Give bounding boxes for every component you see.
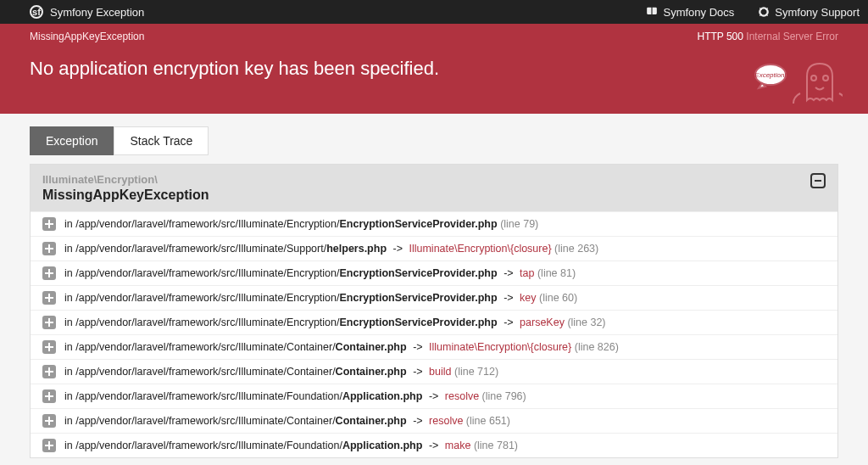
trace-text: in /app/vendor/laravel/framework/src/Ill… <box>64 292 577 304</box>
exception-class-label: MissingAppKeyException <box>30 31 144 42</box>
expand-row-button[interactable] <box>42 266 56 280</box>
expand-row-button[interactable] <box>42 291 56 305</box>
topbar: sf Symfony Exception Symfony Docs Symfon… <box>0 0 868 24</box>
plus-icon <box>45 417 53 425</box>
trace-text: in /app/vendor/laravel/framework/src/Ill… <box>64 218 538 230</box>
expand-row-button[interactable] <box>42 242 56 255</box>
plus-icon <box>45 367 53 376</box>
trace-row: in /app/vendor/laravel/framework/src/Ill… <box>31 285 837 310</box>
expand-row-button[interactable] <box>42 414 56 428</box>
trace-text: in /app/vendor/laravel/framework/src/Ill… <box>64 415 510 427</box>
expand-row-button[interactable] <box>42 340 56 354</box>
plus-icon <box>45 244 53 253</box>
collapse-button[interactable] <box>810 173 826 188</box>
docs-link-label: Symfony Docs <box>663 6 734 19</box>
exception-box-header: Illuminate\Encryption\ MissingAppKeyExce… <box>31 165 837 211</box>
trace-row: in /app/vendor/laravel/framework/src/Ill… <box>31 408 837 433</box>
http-status: HTTP 500 Internal Server Error <box>697 31 838 42</box>
trace-row: in /app/vendor/laravel/framework/src/Ill… <box>31 261 837 285</box>
svg-point-2 <box>823 76 828 81</box>
tab-row: Exception Stack Trace <box>0 114 868 155</box>
http-text: Internal Server Error <box>746 31 838 42</box>
trace-text: in /app/vendor/laravel/framework/src/Ill… <box>64 366 498 378</box>
trace-text: in /app/vendor/laravel/framework/src/Ill… <box>64 440 518 451</box>
lifebuoy-icon <box>758 6 770 18</box>
trace-row: in /app/vendor/laravel/framework/src/Ill… <box>31 334 837 359</box>
trace-row: in /app/vendor/laravel/framework/src/Ill… <box>31 310 837 334</box>
error-banner: MissingAppKeyException HTTP 500 Internal… <box>0 24 868 114</box>
trace-row: in /app/vendor/laravel/framework/src/Ill… <box>31 433 837 457</box>
exception-box: Illuminate\Encryption\ MissingAppKeyExce… <box>30 164 838 458</box>
support-link-label: Symfony Support <box>775 6 860 19</box>
exception-namespace: Illuminate\Encryption\ <box>42 173 209 186</box>
trace-row: in /app/vendor/laravel/framework/src/Ill… <box>31 211 837 236</box>
bubble-text: Exception! <box>754 71 787 79</box>
support-link[interactable]: Symfony Support <box>758 6 860 19</box>
plus-icon <box>45 318 53 327</box>
trace-row: in /app/vendor/laravel/framework/src/Ill… <box>31 384 837 408</box>
http-code: HTTP 500 <box>697 31 743 42</box>
expand-row-button[interactable] <box>42 217 56 231</box>
trace-row: in /app/vendor/laravel/framework/src/Ill… <box>31 359 837 384</box>
expand-row-button[interactable] <box>42 389 56 403</box>
book-icon <box>646 6 658 18</box>
trace-row: in /app/vendor/laravel/framework/src/Ill… <box>31 236 837 261</box>
tab-stack-trace[interactable]: Stack Trace <box>114 126 209 155</box>
plus-icon <box>45 343 53 351</box>
expand-row-button[interactable] <box>42 365 56 378</box>
trace-text: in /app/vendor/laravel/framework/src/Ill… <box>64 341 619 353</box>
trace-text: in /app/vendor/laravel/framework/src/Ill… <box>64 243 598 255</box>
exception-message: No application encryption key has been s… <box>30 58 838 80</box>
exception-class: MissingAppKeyException <box>42 188 209 203</box>
symfony-logo-icon: sf <box>30 5 43 19</box>
ghost-illustration-icon: Exception! <box>749 59 843 119</box>
trace-text: in /app/vendor/laravel/framework/src/Ill… <box>64 267 576 279</box>
expand-row-button[interactable] <box>42 316 56 329</box>
trace-text: in /app/vendor/laravel/framework/src/Ill… <box>64 390 526 402</box>
plus-icon <box>45 294 53 302</box>
docs-link[interactable]: Symfony Docs <box>646 6 734 19</box>
plus-icon <box>45 441 53 450</box>
expand-row-button[interactable] <box>42 439 56 452</box>
plus-icon <box>45 392 53 401</box>
topbar-title: Symfony Exception <box>50 6 144 19</box>
trace-text: in /app/vendor/laravel/framework/src/Ill… <box>64 317 606 328</box>
svg-point-1 <box>811 76 816 81</box>
plus-icon <box>45 269 53 277</box>
tab-exception[interactable]: Exception <box>30 126 114 155</box>
plus-icon <box>45 220 53 228</box>
